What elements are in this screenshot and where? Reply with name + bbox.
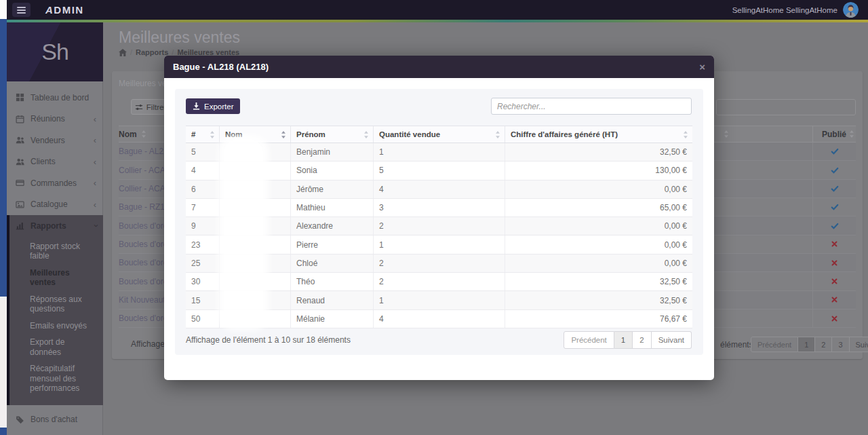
sort-icon (363, 131, 369, 138)
submenu-item-rapport-stock-faible[interactable]: Rapport stock faible (30, 238, 98, 265)
sort-icon (495, 131, 500, 138)
cross-icon (831, 240, 838, 248)
check-icon (831, 222, 839, 230)
column-header-quantite[interactable]: Quantité vendue (373, 126, 505, 143)
left-edge-strip (0, 0, 7, 435)
product-link[interactable]: Boucles d'orei (119, 277, 170, 286)
strip-blue (0, 19, 7, 297)
sort-icon (210, 131, 215, 138)
image-icon (15, 200, 24, 209)
calendar-icon (15, 114, 24, 124)
product-sales-modal: Bague - AL218 (AL218) × Exporter # (164, 56, 714, 380)
page-title: Meilleures ventes (119, 29, 240, 47)
chevron-left-icon: ‹ (94, 136, 96, 145)
cross-icon (831, 315, 838, 322)
background-search-input[interactable] (716, 99, 856, 115)
published-cell (812, 291, 856, 309)
breadcrumb-rapports[interactable]: Rapports (136, 48, 168, 56)
cross-icon (831, 278, 838, 285)
hamburger-icon (17, 7, 26, 8)
home-icon[interactable] (119, 49, 127, 56)
close-icon[interactable]: × (699, 62, 705, 72)
published-cell (812, 235, 856, 253)
pagination-page-1[interactable]: 1 (798, 337, 815, 352)
sh-logo: Sh (41, 39, 68, 65)
export-button[interactable]: Exporter (186, 98, 240, 114)
pagination-previous[interactable]: Précédent (751, 337, 798, 352)
search-input[interactable] (491, 98, 692, 115)
modal-panel: Exporter # Nom Prénom (175, 89, 703, 355)
modal-table-info: Affichage de l'élément 1 à 10 sur 18 élé… (186, 335, 351, 345)
product-link[interactable]: Boucles d'orei (119, 258, 170, 267)
chevron-left-icon: ‹ (94, 200, 96, 209)
brand-logo[interactable]: ADMIN (45, 4, 84, 16)
product-link[interactable]: Boucles d'orei (119, 240, 170, 249)
download-icon (193, 102, 200, 110)
sidebar-logo-block[interactable]: Sh (7, 22, 103, 81)
submenu-item-meilleures-ventes[interactable]: Meilleures ventes (30, 265, 98, 291)
submenu-item-export-de-donnees[interactable]: Export de données (30, 334, 98, 360)
submenu-item-emails-envoyes[interactable]: Emails envoyés (30, 318, 98, 335)
column-header-prenom[interactable]: Prénom (290, 126, 373, 143)
sidebar-item-reunions[interactable]: Réunions ‹ (7, 109, 103, 130)
sidebar-item-clients[interactable]: Clients ‹ (7, 151, 103, 173)
submenu-item-reponses-aux-questions[interactable]: Réponses aux questions (30, 291, 98, 318)
user-avatar[interactable] (843, 2, 859, 18)
column-header-chiffre-affaires[interactable]: Chiffre d'affaires généré (HT) (505, 126, 692, 143)
product-link[interactable]: Boucles d'orei (119, 221, 170, 231)
sidebar-item-rapports[interactable]: Rapports ‹ (9, 215, 103, 237)
pagination-next[interactable]: Suivant (850, 337, 868, 352)
user-menu[interactable]: SellingAtHome SellingAtHome (732, 2, 859, 18)
accent-gradient-line (7, 20, 868, 22)
check-icon (831, 203, 839, 211)
filter-icon (135, 103, 143, 111)
published-cell (812, 216, 856, 234)
sidebar-item-commandes[interactable]: Commandes ‹ (7, 172, 103, 194)
background-pagination: Précédent 1 2 3 Suivant (751, 337, 868, 352)
product-link[interactable]: Kit Nouveauté (119, 295, 170, 305)
published-cell (812, 272, 856, 290)
sidebar-item-catalogue[interactable]: Catalogue ‹ (7, 194, 103, 216)
blurred-names-overlay (224, 140, 263, 325)
sort-icon (141, 130, 146, 138)
sidebar-item-vendeurs[interactable]: Vendeurs ‹ (7, 130, 103, 151)
chevron-left-icon: ‹ (94, 157, 96, 166)
modal-header: Bague - AL218 (AL218) × (164, 56, 714, 78)
cross-icon (831, 259, 838, 267)
published-cell (812, 143, 856, 160)
rapports-submenu: Rapport stock faible Meilleures ventes R… (9, 237, 103, 405)
pagination-page-2[interactable]: 2 (815, 337, 832, 352)
sidebar-item-tableau-de-bord[interactable]: Tableau de bord (7, 87, 103, 109)
strip-white-bottom (0, 297, 7, 428)
chevron-down-icon: ‹ (90, 225, 99, 227)
pagination-next[interactable]: Suivant (652, 331, 692, 349)
pagination-page-2[interactable]: 2 (633, 331, 651, 349)
published-cell (812, 180, 856, 197)
check-icon (831, 147, 839, 155)
chart-icon (15, 221, 24, 231)
strip-white-top (0, 0, 7, 19)
modal-pagination: Précédent 1 2 Suivant (564, 331, 692, 349)
sort-icon[interactable] (724, 130, 729, 138)
column-header-publie[interactable]: Publié (812, 126, 856, 142)
avatar-icon (843, 2, 859, 18)
published-cell (812, 198, 856, 216)
column-header-num[interactable]: # (186, 126, 219, 143)
check-icon (831, 185, 839, 193)
users-icon (15, 157, 24, 166)
sidebar-item-formulaires[interactable]: 16 Formulaires ‹ (7, 430, 103, 435)
sort-icon (683, 131, 688, 138)
sort-icon (281, 131, 286, 138)
product-link[interactable]: Boucles d'orei (119, 314, 170, 323)
sidebar-item-bons-dachat[interactable]: Bons d'achat (7, 409, 103, 431)
hamburger-menu-button[interactable] (12, 3, 31, 17)
pagination-page-3[interactable]: 3 (832, 337, 849, 352)
pagination-previous[interactable]: Précédent (564, 331, 614, 349)
column-header-nom[interactable]: Nom (119, 130, 146, 139)
pagination-page-1[interactable]: 1 (614, 331, 633, 349)
tag-icon (15, 415, 24, 424)
screen: ADMIN SellingAtHome SellingAtHome Sh (0, 0, 868, 435)
sidebar: Sh Tableau de bord Réunions ‹ Ven (7, 22, 103, 435)
chevron-left-icon: ‹ (94, 115, 96, 124)
submenu-item-recapitulatif[interactable]: Récapitulatif mensuel des performances (30, 360, 98, 397)
